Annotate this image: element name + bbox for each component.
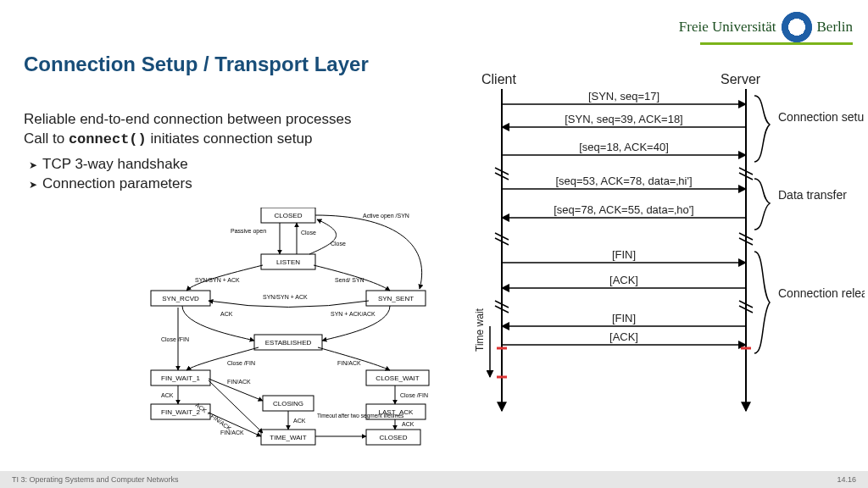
svg-text:CLOSED: CLOSED	[275, 212, 303, 219]
svg-text:Close: Close	[301, 230, 316, 236]
code-connect: connect()	[69, 131, 147, 147]
svg-text:Close /FIN: Close /FIN	[227, 360, 255, 366]
break-2	[495, 233, 753, 245]
state-syn-sent: SYN_SENT	[366, 291, 426, 306]
svg-text:LISTEN: LISTEN	[276, 258, 300, 266]
state-closing: CLOSING	[263, 396, 314, 411]
svg-text:SYN_RCVD: SYN_RCVD	[162, 295, 199, 302]
state-listen: LISTEN	[261, 254, 315, 269]
seq-label-0: [SYN, seq=17]	[588, 90, 659, 103]
seq-label-2: [seq=18, ACK=40]	[579, 141, 669, 153]
footer-right: 14.16	[837, 475, 856, 484]
break-3	[495, 301, 753, 313]
state-closed-bottom: CLOSED	[366, 430, 420, 445]
svg-text:CLOSE_WAIT: CLOSE_WAIT	[376, 374, 419, 382]
svg-text:FIN/ACK: FIN/ACK	[337, 360, 361, 366]
svg-text:ESTABLISHED: ESTABLISHED	[265, 339, 312, 347]
brand-right: Berlin	[817, 19, 854, 36]
seq-label-7: [FIN]	[612, 312, 636, 324]
svg-text:TIME_WAIT: TIME_WAIT	[270, 434, 306, 441]
page-title: Connection Setup / Transport Layer	[24, 53, 369, 76]
svg-text:FIN/ACK: FIN/ACK	[227, 379, 251, 385]
phase-data: Data transfer	[778, 188, 847, 202]
bullet-2: Connection parameters	[29, 175, 422, 194]
seq-label-8: [ACK]	[609, 330, 638, 343]
svg-text:ACK: ACK	[161, 392, 174, 398]
paragraph-1: Reliable end-to-end connection between p…	[24, 110, 422, 130]
phase-setup: Connection setup	[778, 110, 865, 124]
server-label: Server	[721, 72, 761, 86]
state-closed-top: CLOSED	[261, 208, 315, 223]
phase-release: Connection release	[778, 286, 865, 300]
svg-text:SYN/SYN + ACK: SYN/SYN + ACK	[263, 294, 308, 300]
svg-text:ACK: ACK	[220, 311, 233, 317]
state-time-wait: TIME_WAIT	[261, 430, 315, 445]
tcp-state-diagram: CLOSED LISTEN SYN_RCVD SYN_SENT ESTABLIS…	[136, 208, 441, 458]
seq-label-6: [ACK]	[609, 274, 638, 286]
svg-text:FIN_WAIT_2: FIN_WAIT_2	[161, 408, 200, 416]
svg-text:SYN/SYN + ACK: SYN/SYN + ACK	[195, 277, 240, 283]
footer-left: TI 3: Operating Systems and Computer Net…	[12, 475, 179, 484]
brand-rule	[700, 42, 853, 45]
svg-text:FIN_WAIT_1: FIN_WAIT_1	[161, 374, 200, 382]
svg-text:CLOSED: CLOSED	[380, 434, 408, 441]
svg-text:FIN/ACK: FIN/ACK	[220, 430, 244, 435]
state-syn-rcvd: SYN_RCVD	[151, 291, 210, 306]
svg-text:Active open /SYN: Active open /SYN	[363, 213, 409, 219]
svg-text:Send/ SYN: Send/ SYN	[335, 277, 364, 283]
body-text: Reliable end-to-end connection between p…	[24, 110, 422, 194]
time-wait-label: Time wait	[474, 308, 486, 352]
university-seal-icon	[782, 12, 812, 42]
footer: TI 3: Operating Systems and Computer Net…	[0, 471, 868, 488]
bullet-1: TCP 3-way handshake	[29, 155, 422, 175]
seq-label-3: [seq=53, ACK=78, data=‚hi']	[555, 175, 692, 187]
svg-text:Close /FIN: Close /FIN	[400, 392, 428, 398]
brand-left: Freie Universität	[679, 19, 776, 36]
sequence-diagram: Client Server Connection setup Data tran…	[466, 72, 865, 453]
svg-text:SYN_SENT: SYN_SENT	[378, 295, 414, 302]
svg-text:Close: Close	[331, 241, 346, 247]
svg-text:Passive open: Passive open	[231, 228, 266, 235]
svg-text:CLOSING: CLOSING	[273, 400, 303, 408]
client-label: Client	[481, 72, 516, 86]
svg-text:SYN + ACK/ACK: SYN + ACK/ACK	[331, 311, 376, 317]
svg-text:Timeout after two segment life: Timeout after two segment lifetimes	[317, 413, 404, 419]
state-fin-wait-1: FIN_WAIT_1	[151, 370, 210, 385]
state-established: ESTABLISHED	[254, 335, 322, 350]
svg-text:Close /FIN: Close /FIN	[161, 336, 189, 342]
university-brand: Freie Universität Berlin	[679, 12, 853, 42]
seq-label-5: [FIN]	[612, 248, 636, 261]
svg-text:ACK: ACK	[293, 418, 306, 424]
seq-label-1: [SYN, seq=39, ACK=18]	[565, 113, 682, 125]
paragraph-2: Call to connect() initiates connection s…	[24, 130, 422, 150]
state-close-wait: CLOSE_WAIT	[366, 370, 429, 385]
seq-label-4: [seq=78, ACK=55, data=‚ho']	[554, 203, 693, 216]
svg-text:ACK: ACK	[402, 421, 415, 427]
